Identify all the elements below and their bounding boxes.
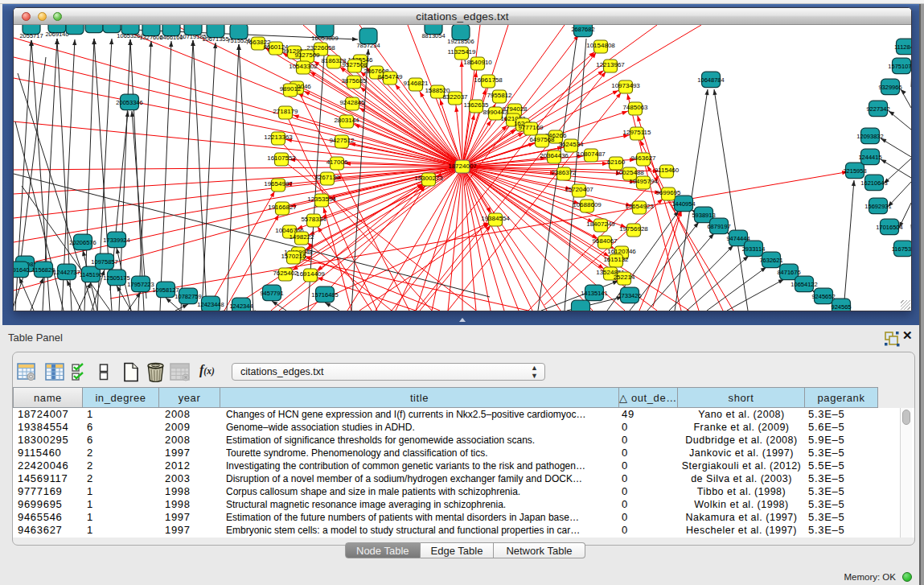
svg-text:9777169: 9777169 [518, 124, 544, 131]
svg-text:8813054: 8813054 [421, 32, 445, 39]
svg-text:12213363: 12213363 [264, 134, 293, 141]
svg-text:12442737: 12442737 [53, 269, 80, 276]
svg-text:1156829: 1156829 [32, 266, 55, 274]
svg-text:2069140: 2069140 [45, 31, 68, 38]
svg-text:15720407: 15720407 [565, 186, 593, 193]
svg-text:16053809: 16053809 [311, 35, 338, 42]
svg-text:7857234: 7857234 [356, 42, 380, 49]
svg-text:2386372: 2386372 [551, 169, 577, 176]
svg-text:7632621: 7632621 [759, 257, 782, 264]
svg-text:19756928: 19756928 [619, 225, 648, 233]
svg-text:9684067: 9684067 [592, 237, 618, 245]
svg-text:2803144: 2803144 [334, 117, 359, 124]
svg-text:10975857: 10975857 [91, 258, 117, 266]
svg-text:9146821: 9146821 [403, 80, 429, 87]
svg-text:62160: 62160 [607, 159, 626, 166]
svg-text:9463627: 9463627 [630, 154, 656, 162]
svg-text:1733426: 1733426 [618, 292, 641, 299]
svg-text:19218506: 19218506 [447, 38, 474, 45]
svg-text:19654987: 19654987 [264, 180, 293, 187]
svg-text:1112843: 1112843 [894, 43, 911, 51]
svg-text:1362635: 1362635 [463, 101, 489, 109]
svg-text:1440954: 1440954 [671, 200, 695, 208]
svg-text:20364436: 20364436 [540, 152, 569, 159]
svg-text:1498222: 1498222 [289, 233, 314, 241]
svg-text:16107553: 16107553 [267, 154, 296, 162]
svg-text:9794028: 9794028 [502, 105, 528, 113]
svg-text:11325419: 11325419 [448, 48, 477, 56]
svg-text:14135141: 14135141 [581, 290, 607, 297]
svg-text:10688609: 10688609 [573, 201, 602, 208]
svg-text:10782759: 10782759 [175, 293, 201, 300]
svg-text:924565: 924565 [831, 303, 851, 311]
svg-text:17016504: 17016504 [876, 224, 902, 231]
svg-text:12975115: 12975115 [623, 129, 652, 136]
svg-text:9242845: 9242845 [339, 99, 365, 106]
svg-text:10973493: 10973493 [611, 82, 640, 89]
svg-text:3215958: 3215958 [843, 167, 866, 175]
svg-text:13654923: 13654923 [625, 203, 654, 210]
svg-text:10807487: 10807487 [577, 150, 606, 158]
svg-text:16210643: 16210643 [860, 179, 887, 187]
svg-text:18407249: 18407249 [586, 220, 615, 228]
svg-text:8322037: 8322037 [442, 93, 468, 101]
svg-text:9457791: 9457791 [260, 290, 283, 297]
svg-text:12213967: 12213967 [596, 61, 625, 68]
svg-text:15716485: 15716485 [311, 291, 338, 299]
svg-text:2055717: 2055717 [19, 32, 43, 39]
svg-text:15300273: 15300273 [414, 175, 443, 182]
svg-text:2687682: 2687682 [571, 26, 594, 33]
svg-text:10648784: 10648784 [697, 76, 724, 84]
svg-text:7955812: 7955812 [487, 92, 512, 99]
svg-text:10543302: 10543302 [289, 63, 318, 70]
svg-text:10025488: 10025488 [615, 169, 644, 176]
svg-text:6497568: 6497568 [529, 136, 555, 143]
svg-text:10154808: 10154808 [586, 42, 615, 49]
svg-text:8454749: 8454749 [377, 73, 403, 80]
svg-text:1242344: 1242344 [229, 303, 253, 310]
svg-text:7625402: 7625402 [273, 270, 298, 277]
svg-text:20053346: 20053346 [116, 99, 142, 106]
svg-text:252214: 252214 [614, 274, 635, 281]
svg-text:12505175: 12505175 [103, 274, 129, 282]
svg-text:15751074: 15751074 [888, 63, 911, 70]
svg-text:17957223: 17957223 [127, 281, 154, 288]
svg-text:7485063: 7485063 [622, 104, 648, 111]
svg-text:18724007: 18724007 [448, 163, 477, 170]
svg-text:391640: 391640 [14, 266, 30, 274]
svg-text:9427512: 9427512 [329, 137, 355, 144]
svg-text:12423448: 12423448 [197, 301, 224, 308]
svg-text:9245652: 9245652 [811, 293, 835, 300]
svg-text:10654122: 10654122 [791, 281, 817, 288]
svg-text:1244415: 1244415 [858, 154, 881, 161]
svg-text:15692931: 15692931 [864, 203, 891, 210]
svg-text:9327509: 9327509 [294, 51, 320, 59]
svg-text:1167533: 1167533 [892, 245, 911, 253]
svg-text:8267130: 8267130 [314, 174, 340, 181]
svg-text:989012: 989012 [280, 85, 302, 93]
svg-text:12093832: 12093832 [856, 133, 883, 140]
svg-text:9227342: 9227342 [866, 105, 889, 113]
svg-text:18640910: 18640910 [463, 59, 492, 66]
svg-text:3875685: 3875685 [341, 77, 367, 84]
svg-text:1570216: 1570216 [281, 253, 306, 260]
svg-text:6879197: 6879197 [707, 223, 730, 230]
svg-text:19495794: 19495794 [629, 178, 658, 185]
svg-text:16914409: 16914409 [296, 270, 325, 278]
svg-text:19166827: 19166827 [268, 204, 297, 211]
svg-text:20206576: 20206576 [69, 239, 96, 246]
svg-text:1615132: 1615132 [603, 256, 629, 263]
svg-text:5578334: 5578334 [301, 216, 326, 223]
svg-text:17339924: 17339924 [103, 237, 129, 244]
svg-text:3624534: 3624534 [558, 141, 584, 148]
svg-text:10671355: 10671355 [202, 35, 228, 43]
svg-text:12353594: 12353594 [307, 196, 336, 203]
svg-text:16961758: 16961758 [474, 76, 503, 84]
svg-text:2718179: 2718179 [273, 108, 298, 115]
svg-text:9699695: 9699695 [655, 189, 681, 196]
svg-text:417006: 417006 [326, 159, 348, 166]
svg-text:9329966: 9329966 [878, 84, 901, 91]
svg-text:9115460: 9115460 [655, 167, 680, 174]
svg-text:5938913: 5938913 [692, 212, 715, 219]
svg-text:19384554: 19384554 [481, 215, 510, 222]
